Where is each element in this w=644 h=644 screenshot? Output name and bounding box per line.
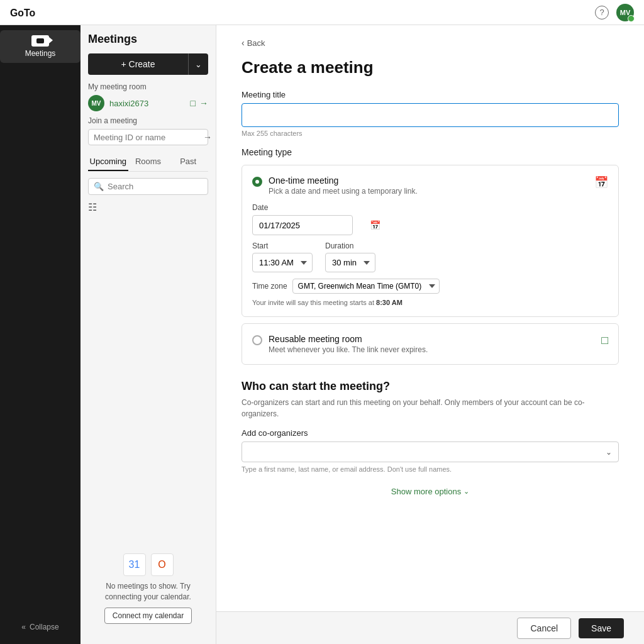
start-time-group: Start 11:00 AM 11:30 AM 12:00 PM 12:30 P… (252, 242, 313, 272)
join-section: Join a meeting → (88, 116, 208, 145)
join-arrow-icon[interactable]: → (203, 132, 212, 142)
one-time-desc: Pick a date and meet using a temporary l… (269, 187, 418, 196)
tab-upcoming[interactable]: Upcoming (88, 153, 128, 171)
dark-sidebar: Meetings « Collapse (0, 25, 80, 644)
one-time-radio[interactable] (252, 177, 262, 187)
light-sidebar: Meetings + Create ⌄ My meeting room MV h… (80, 25, 216, 644)
calendar-icons: 31 O (123, 553, 174, 576)
meetings-nav-label: Meetings (25, 49, 56, 58)
collapse-section: « Collapse (14, 615, 66, 639)
one-time-text: One-time meeting Pick a date and meet us… (269, 175, 418, 196)
my-meeting-room-label: My meeting room (88, 82, 208, 91)
meeting-title-label: Meeting title (242, 90, 619, 99)
room-name[interactable]: haxixi2673 (109, 99, 186, 108)
one-time-type-row: One-time meeting Pick a date and meet us… (252, 175, 608, 196)
page-title: Create a meeting (242, 58, 619, 77)
who-section: Who can start the meeting? Co-organizers… (242, 380, 619, 501)
main-layout: Meetings « Collapse Meetings + Create ⌄ … (0, 25, 644, 644)
tabs-bar: Upcoming Rooms Past (88, 153, 208, 172)
cancel-button[interactable]: Cancel (517, 618, 571, 639)
join-meeting-label: Join a meeting (88, 116, 208, 125)
duration-label: Duration (325, 242, 375, 250)
invite-hint: Your invite will say this meeting starts… (252, 299, 608, 306)
reusable-meeting-card[interactable]: Reusable meeting room Meet whenever you … (242, 323, 619, 365)
tab-past[interactable]: Past (168, 153, 208, 171)
who-title: Who can start the meeting? (242, 380, 619, 393)
duration-group: Duration 15 min 30 min 45 min 1 hour (325, 242, 375, 272)
help-icon[interactable]: ? (595, 6, 609, 19)
collapse-chevron-icon: « (21, 623, 26, 631)
invite-hint-text: Your invite will say this meeting starts… (252, 299, 374, 306)
svg-text:GoTo: GoTo (10, 7, 35, 18)
co-org-hint: Type a first name, last name, or email a… (242, 465, 619, 473)
copy-room-link-button[interactable]: □ (191, 98, 196, 108)
timezone-row: Time zone GMT, Greenwich Mean Time (GMT0… (252, 279, 608, 294)
join-meeting-input[interactable] (94, 133, 199, 142)
time-row: Start 11:00 AM 11:30 AM 12:00 PM 12:30 P… (252, 242, 608, 272)
meeting-type-heading: Meeting type (242, 147, 619, 157)
timezone-label: Time zone (252, 282, 287, 291)
tab-rooms[interactable]: Rooms (128, 153, 169, 171)
meeting-room-section: My meeting room MV haxixi2673 □ → (88, 82, 208, 111)
show-more-label: Show more options (391, 487, 461, 496)
search-wrap: 🔍 (88, 178, 208, 195)
reusable-name: Reusable meeting room (269, 334, 428, 344)
calendar-add-icon: 📅 (594, 175, 608, 189)
date-calendar-icon[interactable]: 📅 (370, 220, 380, 230)
start-room-button[interactable]: → (199, 98, 208, 108)
outlook-calendar-icon: O (151, 553, 174, 576)
co-org-label: Add co-organizers (242, 428, 619, 438)
room-icons: □ → (191, 98, 208, 108)
collapse-label: Collapse (30, 623, 59, 631)
create-button[interactable]: + Create (88, 53, 188, 75)
reusable-desc: Meet whenever you like. The link never e… (269, 345, 428, 354)
meetings-nav-icon (31, 35, 49, 47)
show-more-chevron-icon: ⌄ (464, 487, 469, 496)
filter-icon[interactable]: ☷ (88, 201, 208, 213)
footer: Cancel Save (216, 611, 644, 644)
sidebar-item-meetings[interactable]: Meetings (0, 30, 80, 63)
start-time-select[interactable]: 11:00 AM 11:30 AM 12:00 PM 12:30 PM (252, 253, 313, 272)
goto-logo: GoTo (10, 6, 42, 19)
invite-time: 8:30 AM (376, 299, 402, 306)
top-bar-right: ? MV (595, 4, 634, 21)
one-time-meeting-card[interactable]: One-time meeting Pick a date and meet us… (242, 165, 619, 317)
top-bar: GoTo ? MV (0, 0, 644, 25)
create-btn-container: + Create ⌄ (88, 53, 208, 75)
user-avatar[interactable]: MV (616, 4, 634, 21)
join-input-wrap: → (88, 129, 208, 145)
one-time-name: One-time meeting (269, 175, 418, 186)
reusable-left: Reusable meeting room Meet whenever you … (252, 334, 428, 354)
back-chevron-icon: ‹ (242, 38, 245, 48)
main-inner: ‹ Back Create a meeting Meeting title Ma… (216, 25, 644, 611)
reusable-text: Reusable meeting room Meet whenever you … (269, 334, 428, 354)
timezone-select[interactable]: GMT, Greenwich Mean Time (GMT0) EST, Eas… (292, 279, 440, 294)
co-org-input-wrap: ⌄ (242, 441, 619, 462)
room-avatar: MV (88, 95, 104, 111)
date-input[interactable] (259, 221, 365, 230)
char-hint: Max 255 characters (242, 130, 619, 137)
who-desc: Co-organizers can start and run this mee… (242, 397, 619, 419)
back-link[interactable]: ‹ Back (242, 38, 619, 48)
search-input[interactable] (108, 182, 213, 191)
video-camera-icon (31, 35, 49, 47)
sidebar-title: Meetings (88, 33, 208, 46)
search-icon: 🔍 (94, 182, 104, 191)
save-button[interactable]: Save (579, 618, 624, 638)
collapse-button[interactable]: « Collapse (21, 623, 58, 631)
create-dropdown-button[interactable]: ⌄ (188, 53, 208, 75)
meeting-title-input[interactable] (242, 103, 619, 127)
duration-select[interactable]: 15 min 30 min 45 min 1 hour (325, 253, 375, 272)
back-label: Back (247, 38, 265, 48)
reusable-type-row: Reusable meeting room Meet whenever you … (252, 334, 608, 354)
start-time-label: Start (252, 242, 313, 250)
show-more-options[interactable]: Show more options ⌄ (242, 482, 619, 501)
connect-calendar-button[interactable]: Connect my calendar (104, 608, 192, 624)
reusable-radio[interactable] (252, 335, 262, 345)
one-time-left: One-time meeting Pick a date and meet us… (252, 175, 418, 196)
co-org-input[interactable] (248, 447, 606, 457)
date-label: Date (252, 203, 608, 212)
date-input-wrap: 📅 (252, 215, 353, 235)
google-calendar-icon: 31 (123, 553, 146, 576)
empty-calendar-text: No meetings to show. Try connecting your… (88, 581, 208, 602)
